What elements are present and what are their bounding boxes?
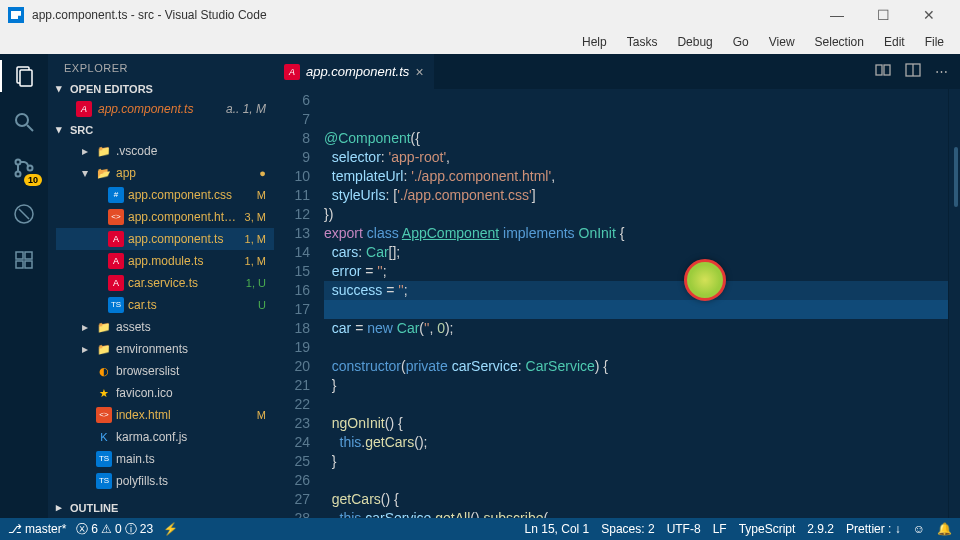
- git-status: M: [242, 405, 266, 425]
- menu-go[interactable]: Go: [725, 33, 757, 51]
- code-content[interactable]: @Component({ selector: 'app-root', templ…: [324, 89, 948, 518]
- live-icon[interactable]: ⚡: [163, 522, 178, 536]
- git-status: 1, M: [242, 251, 266, 271]
- svg-line-3: [27, 125, 33, 131]
- svg-point-5: [16, 172, 21, 177]
- debug-icon[interactable]: [10, 200, 38, 228]
- extensions-icon[interactable]: [10, 246, 38, 274]
- scrollbar[interactable]: [954, 147, 958, 207]
- tree-item[interactable]: TSpolyfills.ts: [56, 470, 274, 492]
- tree-item[interactable]: ▸📁environments: [56, 338, 274, 360]
- chevron-icon: ▸: [82, 339, 92, 359]
- git-status: U: [242, 295, 266, 315]
- maximize-button[interactable]: ☐: [860, 0, 906, 30]
- tree-item[interactable]: ★favicon.ico: [56, 382, 274, 404]
- activitybar: 10: [0, 54, 48, 518]
- svg-point-4: [16, 160, 21, 165]
- svg-rect-10: [25, 252, 32, 259]
- git-status: 1, U: [242, 273, 266, 293]
- git-branch[interactable]: ⎇master*: [8, 522, 66, 536]
- angular-icon: A: [284, 64, 300, 80]
- error-icon: ⓧ: [76, 521, 88, 538]
- warning-icon: ⚠: [101, 522, 112, 536]
- prettier[interactable]: Prettier : ↓: [846, 522, 901, 536]
- open-editors-header[interactable]: ▾ OPEN EDITORS: [48, 78, 274, 99]
- tree-item[interactable]: Aapp.module.ts1, M: [56, 250, 274, 272]
- svg-rect-14: [884, 65, 890, 75]
- svg-rect-9: [16, 252, 23, 259]
- file-name: environments: [116, 339, 238, 359]
- chevron-icon: ▸: [82, 317, 92, 337]
- file-name: browserslist: [116, 361, 238, 381]
- scm-badge: 10: [24, 174, 42, 186]
- menu-view[interactable]: View: [761, 33, 803, 51]
- file-tree: ▸📁.vscode▾📂app●#app.component.cssM<>app.…: [48, 140, 274, 492]
- tree-item[interactable]: Kkarma.conf.js: [56, 426, 274, 448]
- menu-selection[interactable]: Selection: [807, 33, 872, 51]
- close-button[interactable]: ✕: [906, 0, 952, 30]
- split-editor-icon[interactable]: [905, 62, 921, 81]
- bell-icon[interactable]: 🔔: [937, 522, 952, 536]
- line-numbers: 6789101112131415161718192021222324252627…: [274, 89, 324, 518]
- compare-icon[interactable]: [875, 62, 891, 81]
- open-editor-item[interactable]: A app.component.ts a.. 1, M: [48, 99, 274, 119]
- language[interactable]: TypeScript: [739, 522, 796, 536]
- code-area[interactable]: 6789101112131415161718192021222324252627…: [274, 89, 960, 518]
- outline-header[interactable]: ▸ OUTLINE: [48, 497, 274, 518]
- tree-item[interactable]: Aapp.component.ts1, M: [56, 228, 274, 250]
- chevron-down-icon: ▾: [56, 82, 66, 95]
- menu-help[interactable]: Help: [574, 33, 615, 51]
- feedback-icon[interactable]: ☺: [913, 522, 925, 536]
- menu-tasks[interactable]: Tasks: [619, 33, 666, 51]
- close-icon[interactable]: ×: [415, 64, 423, 80]
- encoding[interactable]: UTF-8: [667, 522, 701, 536]
- tab-actions: ⋯: [875, 54, 960, 89]
- svg-rect-12: [25, 261, 32, 268]
- more-icon[interactable]: ⋯: [935, 64, 948, 79]
- vscode-icon: [8, 7, 24, 23]
- problems[interactable]: ⓧ6 ⚠0 ⓘ23: [76, 521, 153, 538]
- source-control-icon[interactable]: 10: [10, 154, 38, 182]
- cursor-highlight: [684, 259, 726, 301]
- tree-item[interactable]: ▾📂app●: [56, 162, 274, 184]
- git-status: 1, M: [242, 229, 266, 249]
- git-status: 3, M: [242, 207, 266, 227]
- ts-version[interactable]: 2.9.2: [807, 522, 834, 536]
- chevron-down-icon: ▾: [56, 123, 66, 136]
- workspace-header[interactable]: ▾ SRC: [48, 119, 274, 140]
- svg-rect-11: [16, 261, 23, 268]
- tab-app-component[interactable]: A app.component.ts ×: [274, 54, 435, 89]
- file-name: polyfills.ts: [116, 471, 238, 491]
- indent[interactable]: Spaces: 2: [601, 522, 654, 536]
- tree-item[interactable]: <>app.component.ht…3, M: [56, 206, 274, 228]
- tree-item[interactable]: ▸📁.vscode: [56, 140, 274, 162]
- file-name: index.html: [116, 405, 238, 425]
- svg-rect-1: [20, 70, 32, 86]
- eol[interactable]: LF: [713, 522, 727, 536]
- menu-debug[interactable]: Debug: [669, 33, 720, 51]
- file-name: main.ts: [116, 449, 238, 469]
- tree-item[interactable]: #app.component.cssM: [56, 184, 274, 206]
- tree-item[interactable]: TScar.tsU: [56, 294, 274, 316]
- open-editor-name: app.component.ts: [98, 102, 220, 116]
- tree-item[interactable]: Acar.service.ts1, U: [56, 272, 274, 294]
- tree-item[interactable]: <>index.htmlM: [56, 404, 274, 426]
- git-status: ●: [242, 163, 266, 183]
- statusbar: ⎇master* ⓧ6 ⚠0 ⓘ23 ⚡ Ln 15, Col 1 Spaces…: [0, 518, 960, 540]
- chevron-icon: ▾: [82, 163, 92, 183]
- file-name: karma.conf.js: [116, 427, 238, 447]
- branch-icon: ⎇: [8, 522, 22, 536]
- explorer-icon[interactable]: [10, 62, 38, 90]
- search-icon[interactable]: [10, 108, 38, 136]
- tabs: A app.component.ts × ⋯: [274, 54, 960, 89]
- tree-item[interactable]: ▸📁assets: [56, 316, 274, 338]
- minimize-button[interactable]: —: [814, 0, 860, 30]
- menubar: Help Tasks Debug Go View Selection Edit …: [0, 30, 960, 54]
- file-name: car.service.ts: [128, 273, 238, 293]
- cursor-position[interactable]: Ln 15, Col 1: [525, 522, 590, 536]
- menu-edit[interactable]: Edit: [876, 33, 913, 51]
- menu-file[interactable]: File: [917, 33, 952, 51]
- tree-item[interactable]: ◐browserslist: [56, 360, 274, 382]
- tree-item[interactable]: TSmain.ts: [56, 448, 274, 470]
- sidebar: EXPLORER ▾ OPEN EDITORS A app.component.…: [48, 54, 274, 518]
